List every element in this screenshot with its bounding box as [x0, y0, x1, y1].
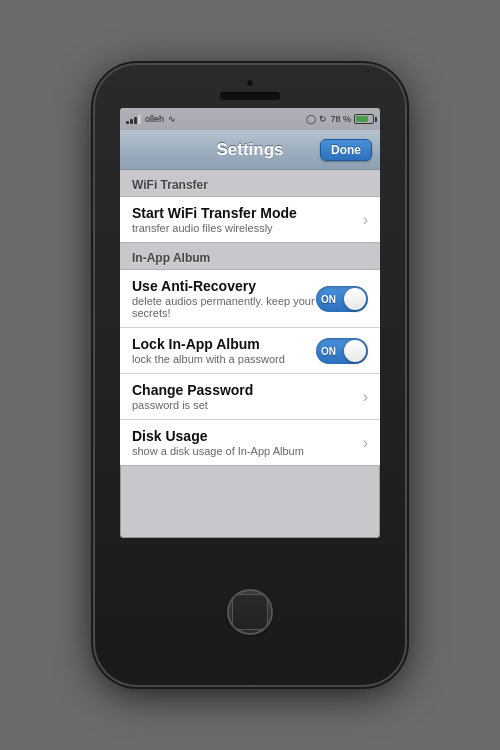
- chevron-icon-wifi: ›: [363, 211, 368, 229]
- row-disk-usage-text: Disk Usage show a disk usage of In-App A…: [132, 428, 357, 457]
- settings-content: WiFi Transfer Start WiFi Transfer Mode t…: [120, 170, 380, 466]
- status-right: ◯ ↻ 78 %: [306, 114, 374, 124]
- settings-group-wifi: Start WiFi Transfer Mode transfer audio …: [120, 196, 380, 243]
- phone-top: [95, 65, 405, 100]
- section-header-wifi: WiFi Transfer: [120, 170, 380, 196]
- settings-group-album: Use Anti-Recovery delete audios permanen…: [120, 269, 380, 466]
- anti-recovery-toggle-label: ON: [321, 293, 336, 304]
- speaker: [220, 92, 280, 100]
- signal-bar-3: [134, 117, 137, 124]
- home-button-inner: [232, 594, 268, 630]
- anti-recovery-toggle-thumb: [344, 288, 366, 310]
- row-disk-usage-title: Disk Usage: [132, 428, 357, 444]
- row-lock-album-text: Lock In-App Album lock the album with a …: [132, 336, 316, 365]
- signal-bar-4: [138, 115, 141, 124]
- signal-bars: [126, 114, 141, 124]
- row-change-password[interactable]: Change Password password is set ›: [120, 374, 380, 420]
- section-header-album: In-App Album: [120, 243, 380, 269]
- chevron-icon-password: ›: [363, 388, 368, 406]
- status-left: olleh ∿: [126, 114, 176, 124]
- battery-icon: [354, 114, 374, 124]
- row-change-password-subtitle: password is set: [132, 399, 357, 411]
- battery-percent: 78 %: [330, 114, 351, 124]
- row-disk-usage-subtitle: show a disk usage of In-App Album: [132, 445, 357, 457]
- row-wifi-text: Start WiFi Transfer Mode transfer audio …: [132, 205, 357, 234]
- wifi-icon: ∿: [168, 114, 176, 124]
- row-anti-recovery-text: Use Anti-Recovery delete audios permanen…: [132, 278, 316, 319]
- chevron-icon-disk: ›: [363, 434, 368, 452]
- row-wifi-subtitle: transfer audio files wirelessly: [132, 222, 357, 234]
- lock-album-toggle-thumb: [344, 340, 366, 362]
- battery-fill: [356, 116, 368, 122]
- row-lock-album-subtitle: lock the album with a password: [132, 353, 316, 365]
- row-anti-recovery-subtitle: delete audios permanently. keep your sec…: [132, 295, 316, 319]
- anti-recovery-toggle[interactable]: ON: [316, 286, 368, 312]
- row-disk-usage[interactable]: Disk Usage show a disk usage of In-App A…: [120, 420, 380, 465]
- camera: [246, 79, 254, 87]
- row-wifi-title: Start WiFi Transfer Mode: [132, 205, 357, 221]
- signal-bar-1: [126, 121, 129, 124]
- row-anti-recovery-title: Use Anti-Recovery: [132, 278, 316, 294]
- row-lock-album-title: Lock In-App Album: [132, 336, 316, 352]
- done-button[interactable]: Done: [320, 139, 372, 161]
- screen: olleh ∿ ◯ ↻ 78 % Settings Done WiFi Tran…: [120, 108, 380, 538]
- nav-bar: Settings Done: [120, 130, 380, 170]
- nav-title: Settings: [216, 140, 283, 160]
- status-bar: olleh ∿ ◯ ↻ 78 %: [120, 108, 380, 130]
- lock-album-toggle[interactable]: ON: [316, 338, 368, 364]
- activity-icon: ↻: [319, 114, 327, 124]
- signal-bar-2: [130, 119, 133, 124]
- row-change-password-text: Change Password password is set: [132, 382, 357, 411]
- row-anti-recovery[interactable]: Use Anti-Recovery delete audios permanen…: [120, 270, 380, 328]
- row-lock-album[interactable]: Lock In-App Album lock the album with a …: [120, 328, 380, 374]
- home-button[interactable]: [227, 589, 273, 635]
- phone-bottom: [227, 538, 273, 685]
- lock-album-toggle-label: ON: [321, 345, 336, 356]
- row-change-password-title: Change Password: [132, 382, 357, 398]
- lock-icon: ◯: [306, 114, 316, 124]
- row-wifi-transfer[interactable]: Start WiFi Transfer Mode transfer audio …: [120, 197, 380, 242]
- carrier-label: olleh: [145, 114, 164, 124]
- phone-shell: olleh ∿ ◯ ↻ 78 % Settings Done WiFi Tran…: [95, 65, 405, 685]
